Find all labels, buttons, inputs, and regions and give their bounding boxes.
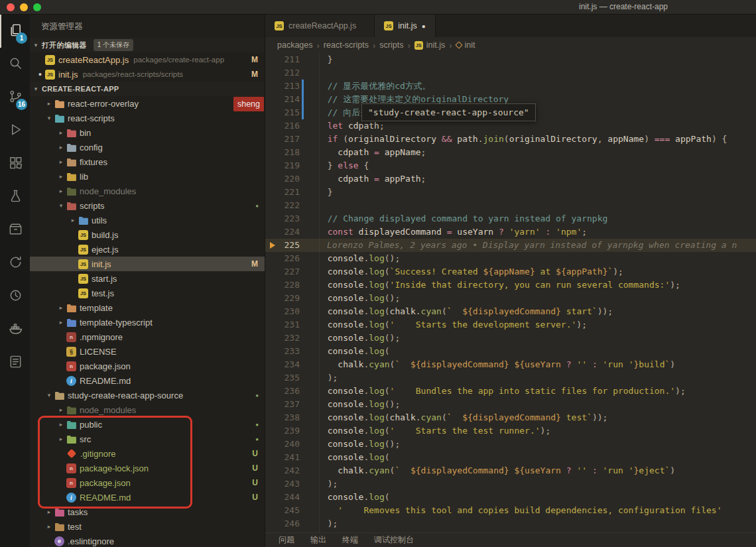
tree-folder-bin[interactable]: ▸bin (30, 125, 265, 140)
tree-folder-node_modules[interactable]: ▸node_modules (30, 184, 265, 198)
run-debug-activity-button[interactable] (0, 114, 30, 147)
tree-file-test.js[interactable]: JStest.js (30, 286, 265, 300)
tree-file-.npmignore[interactable]: n.npmignore (30, 330, 265, 344)
tab-label: createReactApp.js (288, 21, 356, 30)
breadcrumb-item-init.js[interactable]: JSinit.js (414, 40, 445, 50)
close-window-button[interactable] (7, 3, 15, 11)
window-title: init.js — create-react-app (531, 0, 716, 15)
open-editor-item-init.js[interactable]: ●JSinit.jspackages/react-scripts/scripts… (30, 67, 265, 82)
tree-folder-scripts[interactable]: ▾scripts● (30, 198, 265, 213)
search-activity-button[interactable] (0, 48, 30, 81)
tree-folder-test[interactable]: ▸test (30, 519, 265, 534)
tree-folder-lib[interactable]: ▸lib (30, 169, 265, 184)
gutter-spacer (300, 172, 305, 186)
tree-file-start.js[interactable]: JSstart.js (30, 271, 265, 286)
gutter-spacer (300, 186, 305, 199)
line-number: 219 (280, 159, 300, 172)
tree-folder-utils[interactable]: ▸utils (30, 213, 265, 227)
project-section-header[interactable]: ▾ CREATE-REACT-APP (30, 82, 265, 96)
git-status-badge: U (252, 463, 258, 473)
line-number: 226 (280, 252, 300, 265)
glyph-margin (265, 93, 280, 106)
panel-tab-debug-console[interactable]: 调试控制台 (374, 534, 414, 546)
gutter-spacer (300, 225, 305, 239)
source-control-activity-button[interactable]: 16 (0, 81, 30, 114)
line-number: 243 (280, 477, 300, 491)
glyph-margin (265, 318, 280, 332)
code-text: console.log( (305, 451, 390, 464)
tree-folder-react-scripts[interactable]: ▾react-scripts (30, 111, 265, 125)
tree-folder-study-create-react-app-source[interactable]: ▾study-create-react-app-source● (30, 388, 265, 402)
tree-file-README.md[interactable]: iREADME.md (30, 373, 265, 388)
tree-file-eject.js[interactable]: JSeject.js (30, 242, 265, 257)
panel-tab-problems[interactable]: 问题 (279, 534, 294, 546)
js-file-icon: JS (45, 55, 55, 65)
tab-init.js[interactable]: JSinit.js● (375, 15, 436, 37)
extensions-activity-button[interactable] (0, 147, 30, 180)
gutter-spacer (300, 159, 305, 172)
code-text: let cdpath; (305, 119, 385, 133)
tree-folder-config[interactable]: ▸config (30, 140, 265, 154)
tree-file-package.json[interactable]: npackage.json (30, 359, 265, 373)
tree-file-init.js[interactable]: JSinit.jsM (30, 257, 265, 271)
breadcrumb-item-packages[interactable]: packages (277, 40, 313, 50)
git-status-badge: U (252, 449, 258, 458)
tree-folder-fixtures[interactable]: ▸fixtures (30, 154, 265, 169)
item-label: utils (92, 215, 107, 225)
zoom-window-button[interactable] (33, 3, 41, 11)
tab-createReactApp.js[interactable]: JScreateReactApp.js● (265, 15, 375, 37)
tree-file-LICENSE[interactable]: §LICENSE (30, 344, 265, 359)
testing-activity-button[interactable] (0, 180, 30, 213)
breadcrumb-item-scripts[interactable]: scripts (379, 40, 403, 50)
git-modified-indicator (300, 80, 305, 93)
docker-activity-button[interactable] (0, 313, 30, 346)
line-number: 228 (280, 278, 300, 292)
tree-file-README.md[interactable]: iREADME.mdU (30, 490, 265, 505)
vscode-window: init.js — create-react-app 116 资源管理器 ▾ 打… (0, 0, 756, 547)
tree-file-build.js[interactable]: JSbuild.js (30, 227, 265, 242)
glyph-margin (265, 345, 280, 358)
history-activity-button[interactable] (0, 280, 30, 313)
tree-folder-template-typescript[interactable]: ▸template-typescript (30, 315, 265, 330)
chevron-down-icon: ▾ (30, 42, 42, 48)
chevron-right-icon: › (317, 40, 320, 50)
tree-file-.gitignore[interactable]: .gitignoreU (30, 446, 265, 461)
gutter-spacer (300, 119, 305, 133)
editor-area: JScreateReactApp.js●JSinit.js● packages›… (265, 15, 756, 547)
breadcrumb-item-init[interactable]: init (456, 40, 475, 50)
tree-folder-node_modules[interactable]: ▸node_modules (30, 402, 265, 417)
tree-folder-src[interactable]: ▸src● (30, 432, 265, 446)
chevron-right-icon: ▸ (68, 217, 78, 223)
tree-file-package.json[interactable]: npackage.jsonU (30, 475, 265, 490)
open-editor-item-createReactApp.js[interactable]: ●JScreateReactApp.jspackages/create-reac… (30, 52, 265, 67)
file-path: packages/react-scripts/scripts (83, 70, 247, 78)
code-text: ); (305, 517, 338, 530)
tree-file-.eslintignore[interactable]: e.eslintignore (30, 534, 265, 547)
breadcrumb-item-react-scripts[interactable]: react-scripts (324, 40, 369, 50)
minimize-window-button[interactable] (20, 3, 28, 11)
open-editors-header[interactable]: ▾ 打开的编辑器 1 个未保存 (30, 38, 265, 52)
tree-file-package-lock.json[interactable]: npackage-lock.jsonU (30, 461, 265, 475)
code-text: console.log(' Starts the test runner.'); (305, 424, 550, 438)
line-number: 224 (280, 225, 300, 239)
chevron-right-icon: ▸ (56, 144, 66, 151)
tree-folder-tasks[interactable]: ▸tasks (30, 505, 265, 519)
hover-tooltip: "study-create-react-app-source" (361, 103, 536, 121)
notebook-activity-button[interactable] (0, 346, 30, 379)
titlebar[interactable]: init.js — create-react-app (0, 0, 756, 15)
panel-tab-output[interactable]: 输出 (310, 534, 326, 546)
code-line-227: 227 console.log(`Success! Created ${appN… (265, 265, 756, 278)
code-text: console.log(' Bundles the app into stati… (305, 385, 686, 398)
glyph-margin (265, 504, 280, 517)
tree-folder-template[interactable]: ▸template (30, 300, 265, 315)
code-editor[interactable]: 211 }212213 // 显示最优雅的cd方式。214 // 这需要处理未定… (265, 53, 756, 532)
code-line-220: 220 cdpath = appPath; (265, 172, 756, 186)
tree-folder-public[interactable]: ▸public● (30, 417, 265, 432)
panel-tab-terminal[interactable]: 终端 (342, 534, 358, 546)
code-line-212: 212 (265, 66, 756, 80)
sync-activity-button[interactable] (0, 247, 30, 280)
archive-activity-button[interactable] (0, 213, 30, 247)
activity-badge: 16 (16, 99, 27, 110)
tree-folder-react-error-overlay[interactable]: ▸react-error-overlay (30, 96, 265, 111)
explorer-activity-button[interactable]: 1 (0, 15, 30, 48)
